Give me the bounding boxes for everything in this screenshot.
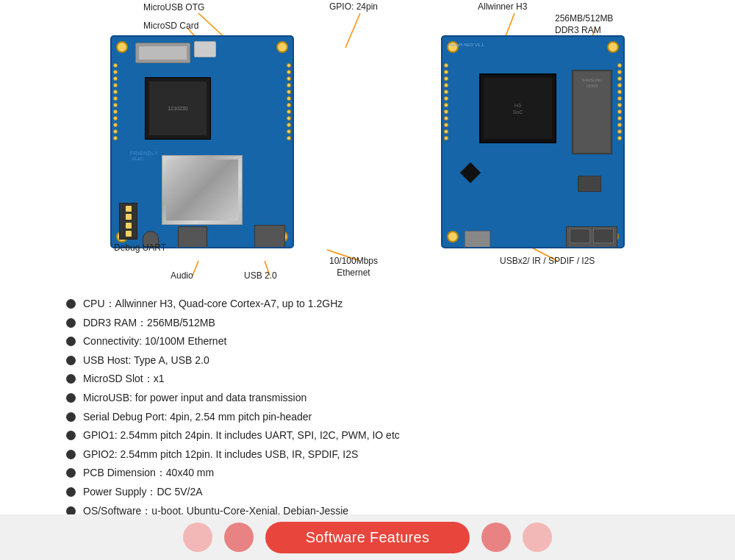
feature-item-usb: USB Host: Type A, USB 2.0 xyxy=(66,353,669,368)
feature-item-cpu: CPU：Allwinner H3, Quad-core Cortex-A7, u… xyxy=(66,297,669,312)
svg-line-2 xyxy=(345,13,360,48)
label-ram: 256MB/512MB DDR3 RAM xyxy=(555,13,613,36)
software-features-button[interactable]: Software Features xyxy=(265,522,470,553)
label-debug-uart: Debug UART xyxy=(114,243,166,253)
feature-item-microsd: MicroSD Slot：x1 xyxy=(66,372,669,387)
feature-item-gpio2: GPIO2: 2.54mm pitch 12pin. It includes U… xyxy=(66,448,669,462)
feature-item-eth: Connectivity: 10/100M Ethernet xyxy=(66,334,669,349)
label-gpio: GPIO: 24pin xyxy=(329,1,378,12)
feature-item-gpio1: GPIO1: 2.54mm pitch 24pin. It includes U… xyxy=(66,428,669,443)
feature-item-ram: DDR3 RAM：256MB/512MB xyxy=(66,316,669,331)
main-container: MicroUSB OTG MicroSD Card GPIO: 24pin Al… xyxy=(0,0,735,560)
nav-dot-4[interactable] xyxy=(523,523,552,552)
feature-item-serial: Serial Debug Port: 4pin, 2.54 mm pitch p… xyxy=(66,410,669,425)
label-allwinner: Allwinner H3 xyxy=(478,1,527,12)
feature-item-microusb: MicroUSB: for power input and data trans… xyxy=(66,391,669,406)
label-ethernet: 10/100Mbps Ethernet xyxy=(329,256,378,279)
label-usbx2: USBx2/ IR / SPDIF / I2S xyxy=(500,256,595,266)
bottom-nav: Software Features xyxy=(0,514,735,560)
board-right: H3SoC SAMSUNGDDR3 xyxy=(441,35,625,248)
features-section: CPU：Allwinner H3, Quad-core Cortex-A7, u… xyxy=(0,297,735,518)
nav-dot-1[interactable] xyxy=(183,523,212,552)
label-microusb-otg: MicroUSB OTG xyxy=(143,1,204,14)
feature-item-pcb: PCB Dimension：40x40 mm xyxy=(66,466,669,481)
feature-item-power: Power Supply：DC 5V/2A xyxy=(66,485,669,500)
label-microsd: MicroSD Card xyxy=(143,21,198,31)
diagram-area: MicroUSB OTG MicroSD Card GPIO: 24pin Al… xyxy=(0,0,735,294)
label-usb20: USB 2.0 xyxy=(244,270,277,281)
nav-dot-3[interactable] xyxy=(481,523,511,552)
svg-line-6 xyxy=(193,261,198,276)
label-audio: Audio xyxy=(171,270,193,281)
board-left: 1210230 xyxy=(110,35,294,248)
nav-dot-2[interactable] xyxy=(224,523,254,552)
